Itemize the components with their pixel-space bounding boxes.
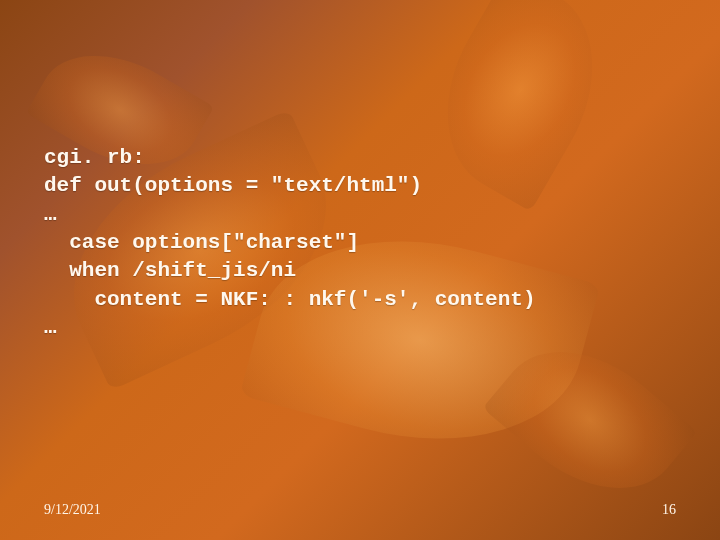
slide: cgi. rb: def out(options = "text/html") … bbox=[0, 0, 720, 540]
code-line-1: cgi. rb: bbox=[44, 146, 145, 169]
code-line-4: case options["charset"] bbox=[44, 231, 359, 254]
footer-date: 9/12/2021 bbox=[44, 502, 101, 518]
code-block: cgi. rb: def out(options = "text/html") … bbox=[44, 144, 700, 342]
slide-footer: 9/12/2021 16 bbox=[44, 502, 676, 518]
code-line-3: … bbox=[44, 203, 57, 226]
footer-page-number: 16 bbox=[662, 502, 676, 518]
code-line-5: when /shift_jis/ni bbox=[44, 259, 296, 282]
code-line-6: content = NKF: : nkf('-s', content) bbox=[44, 288, 535, 311]
code-line-7: … bbox=[44, 316, 57, 339]
code-line-2: def out(options = "text/html") bbox=[44, 174, 422, 197]
